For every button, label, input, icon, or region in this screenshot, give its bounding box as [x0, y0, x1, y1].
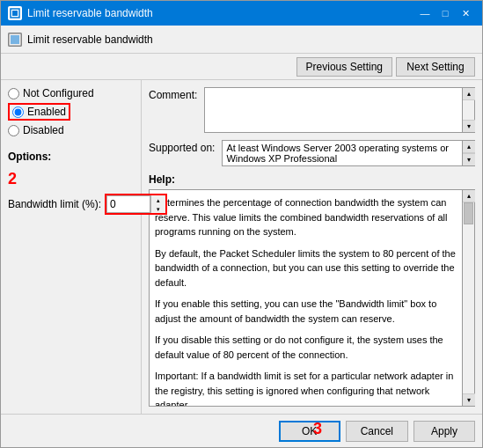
supported-scroll-down[interactable]: ▾ — [463, 153, 475, 165]
close-button[interactable]: ✕ — [456, 4, 475, 22]
disabled-label: Disabled — [23, 124, 64, 136]
options-label: Options: — [8, 151, 134, 163]
previous-setting-button[interactable]: Previous Setting — [296, 57, 392, 77]
spinner-buttons: ▴ ▾ — [150, 195, 165, 213]
cancel-button[interactable]: Cancel — [346, 421, 408, 442]
not-configured-option[interactable]: Not Configured — [8, 87, 134, 99]
help-scroll-up[interactable]: ▴ — [463, 190, 475, 202]
next-setting-button[interactable]: Next Setting — [396, 57, 475, 77]
bottom-bar: 3 OK Cancel Apply — [1, 414, 482, 447]
comment-section: Comment: ▴ ▾ — [149, 87, 475, 133]
minimize-button[interactable]: — — [415, 4, 435, 22]
spin-down-button[interactable]: ▾ — [151, 204, 165, 213]
comment-scroll-down[interactable]: ▾ — [463, 120, 475, 132]
title-controls: — □ ✕ — [415, 4, 475, 22]
svg-rect-1 — [12, 11, 18, 16]
bandwidth-spinner-container: ▴ ▾ — [105, 194, 167, 215]
enabled-label-box: Enabled — [8, 103, 70, 121]
supported-scroll-up[interactable]: ▴ — [463, 141, 475, 153]
bandwidth-label: Bandwidth limit (%): — [8, 198, 101, 210]
radio-group: Not Configured Enabled Disabled — [8, 87, 134, 136]
ok-button[interactable]: OK — [279, 421, 340, 442]
apply-button[interactable]: Apply — [413, 421, 475, 442]
left-panel: Not Configured Enabled Disabled Options:… — [1, 80, 142, 414]
toolbar-icon — [8, 33, 22, 47]
main-window: Limit reservable bandwidth — □ ✕ Limit r… — [0, 0, 483, 448]
supported-section: Supported on: At least Windows Server 20… — [149, 140, 475, 166]
comment-label: Comment: — [149, 87, 197, 133]
content-area: Not Configured Enabled Disabled Options:… — [1, 80, 482, 414]
options-section: Options: 2 Bandwidth limit (%): ▴ ▾ — [8, 151, 134, 215]
maximize-button[interactable]: □ — [435, 4, 455, 22]
title-bar: Limit reservable bandwidth — □ ✕ — [1, 1, 482, 26]
help-text-box: Determines the percentage of connection … — [149, 189, 463, 407]
enabled-option[interactable]: Enabled — [8, 103, 134, 121]
disabled-radio[interactable] — [8, 125, 19, 136]
toolbar: Limit reservable bandwidth — [1, 26, 482, 54]
comment-textarea[interactable] — [204, 87, 463, 133]
bandwidth-input[interactable] — [106, 195, 150, 213]
not-configured-label: Not Configured — [23, 87, 94, 99]
right-panel: Comment: ▴ ▾ Supported on: At least Wind… — [142, 80, 482, 414]
help-label: Help: — [149, 173, 475, 186]
disabled-option[interactable]: Disabled — [8, 124, 134, 136]
window-icon — [8, 6, 22, 20]
enabled-radio[interactable] — [12, 106, 24, 118]
help-section: Help: Determines the percentage of conne… — [149, 173, 475, 407]
enabled-label: Enabled — [27, 106, 66, 118]
window-title: Limit reservable bandwidth — [27, 7, 153, 19]
supported-value: At least Windows Server 2003 operating s… — [222, 140, 463, 166]
nav-bar: Previous Setting Next Setting — [1, 54, 482, 80]
help-scroll-down[interactable]: ▾ — [463, 393, 475, 406]
svg-rect-3 — [11, 35, 19, 44]
step3-label: 3 — [313, 420, 322, 438]
supported-label: Supported on: — [149, 140, 215, 154]
not-configured-radio[interactable] — [8, 88, 19, 99]
title-bar-left: Limit reservable bandwidth — [8, 6, 153, 20]
comment-scroll-up[interactable]: ▴ — [463, 88, 475, 100]
step2-label: 2 — [8, 170, 134, 188]
toolbar-title: Limit reservable bandwidth — [27, 33, 153, 46]
bandwidth-row: Bandwidth limit (%): ▴ ▾ — [8, 194, 134, 215]
spin-up-button[interactable]: ▴ — [151, 195, 165, 204]
